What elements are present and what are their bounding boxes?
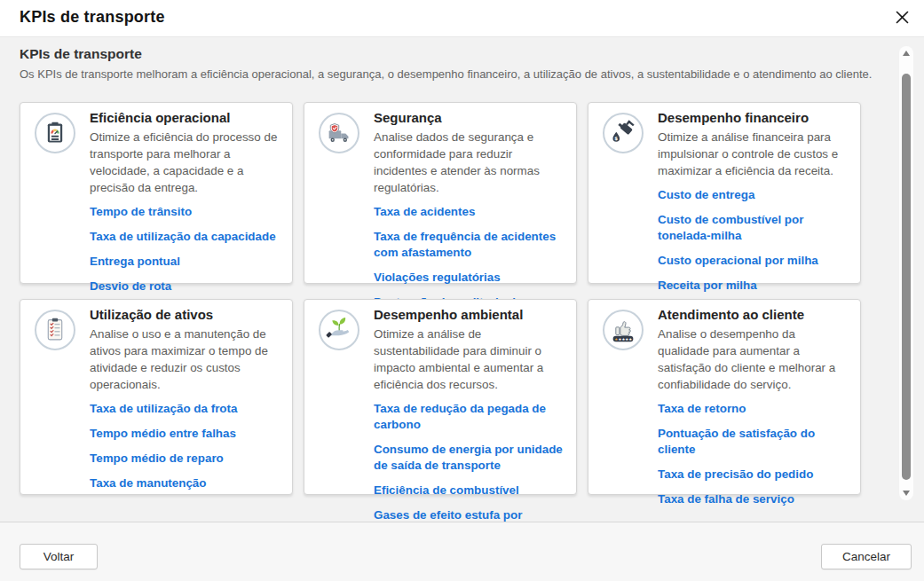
kpi-link-list: Taxa de retorno Pontuação de satisfação …	[658, 401, 848, 507]
kpi-dialog: KPIs de transporte KPIs de transporte Os…	[0, 0, 924, 581]
cancel-button[interactable]: Cancelar	[821, 544, 912, 569]
kpi-link-delivery-cost[interactable]: Custo de entrega	[658, 187, 848, 203]
kpi-link-capacity-utilization[interactable]: Taxa de utilização da capacidade	[90, 229, 280, 245]
kpi-link-accident-rate[interactable]: Taxa de acidentes	[374, 204, 564, 220]
kpi-link-return-rate[interactable]: Taxa de retorno	[658, 401, 848, 417]
card-title: Atendimento ao cliente	[658, 307, 848, 323]
dialog-footer: Voltar Cancelar	[0, 522, 924, 581]
kpi-link-list: Taxa de utilização da frota Tempo médio …	[90, 401, 280, 491]
title-bar: KPIs de transporte	[0, 0, 924, 37]
scroll-up-icon[interactable]	[903, 51, 910, 56]
kpi-link-list: Taxa de redução da pegada de carbono Con…	[374, 401, 564, 539]
fuel-cost-icon: $	[603, 113, 644, 153]
svg-text:$: $	[614, 136, 618, 141]
kpi-card-financial-performance: $ Desempenho financeiro Otimize a anális…	[588, 102, 861, 284]
gauge-clipboard-icon	[35, 113, 75, 153]
checklist-clipboard-icon	[35, 310, 75, 350]
kpi-link-fleet-utilization[interactable]: Taxa de utilização da frota	[90, 401, 280, 417]
card-title: Eficiência operacional	[90, 110, 280, 126]
scroll-down-icon[interactable]	[903, 491, 910, 496]
kpi-link-order-accuracy[interactable]: Taxa de precisão do pedido	[658, 467, 848, 483]
plant-hand-icon	[319, 310, 359, 350]
card-title: Desempenho ambiental	[374, 307, 564, 323]
kpi-link-list: Tempo de trânsito Taxa de utilização da …	[90, 204, 280, 294]
dialog-title: KPIs de transporte	[20, 8, 165, 27]
kpi-link-regulatory-violations[interactable]: Violações regulatórias	[374, 270, 564, 286]
kpi-link-customer-satisfaction[interactable]: Pontuação de satisfação do cliente	[658, 426, 848, 458]
truck-shield-icon	[319, 113, 359, 153]
kpi-link-fuel-cost-ton-mile[interactable]: Custo de combustível por tonelada-milha	[658, 212, 848, 244]
kpi-link-operating-cost-mile[interactable]: Custo operacional por milha	[658, 253, 848, 269]
svg-text:★★★★: ★★★★	[619, 337, 633, 342]
card-description: Otimize a análise de sustentabilidade pa…	[374, 326, 564, 393]
back-button[interactable]: Voltar	[20, 544, 98, 569]
card-title: Segurança	[374, 110, 564, 126]
card-description: Otimize a eficiência do processo de tran…	[90, 129, 280, 196]
dialog-body: KPIs de transporte Os KPIs de transporte…	[0, 37, 924, 522]
section-subtitle: Os KPIs de transporte melhoram a eficiên…	[20, 67, 924, 82]
kpi-link-mttr[interactable]: Tempo médio de reparo	[90, 451, 280, 467]
close-button[interactable]	[890, 7, 913, 30]
vertical-scrollbar[interactable]	[899, 46, 913, 500]
kpi-link-list: Custo de entrega Custo de combustível po…	[658, 187, 848, 294]
kpi-card-operational-efficiency: Eficiência operacional Otimize a eficiên…	[20, 102, 293, 284]
kpi-card-environmental-performance: Desempenho ambiental Otimize a análise d…	[304, 299, 577, 495]
card-title: Utilização de ativos	[90, 307, 280, 323]
thumbs-up-stars-icon: ★ ★★★★	[603, 310, 644, 350]
kpi-card-grid: Eficiência operacional Otimize a eficiên…	[20, 102, 924, 495]
close-icon	[896, 11, 909, 27]
card-title: Desempenho financeiro	[658, 110, 848, 126]
card-description: Analise dados de segurança e conformidad…	[374, 129, 564, 196]
kpi-link-mtbf[interactable]: Tempo médio entre falhas	[90, 426, 280, 442]
kpi-link-energy-per-output[interactable]: Consumo de energia por unidade de saída …	[374, 442, 564, 474]
kpi-link-transit-time[interactable]: Tempo de trânsito	[90, 204, 280, 220]
section-heading: KPIs de transporte	[20, 46, 924, 62]
scrollbar-thumb[interactable]	[902, 74, 911, 480]
kpi-card-safety: Segurança Analise dados de segurança e c…	[304, 102, 577, 284]
kpi-link-route-deviation[interactable]: Desvio de rota	[90, 279, 280, 294]
card-description: Otimize a análise financeira para impuls…	[658, 129, 848, 179]
kpi-card-customer-service: ★ ★★★★ Atendimento ao cliente Analise o …	[588, 299, 861, 495]
kpi-card-asset-utilization: Utilização de ativos Analise o uso e a m…	[20, 299, 293, 495]
kpi-link-revenue-per-mile[interactable]: Receita por milha	[658, 278, 848, 294]
kpi-link-on-time-delivery[interactable]: Entrega pontual	[90, 254, 280, 270]
kpi-link-lost-time-injury[interactable]: Taxa de frequência de acidentes com afas…	[374, 229, 564, 261]
kpi-link-fuel-efficiency[interactable]: Eficiência de combustível	[374, 483, 564, 499]
card-description: Analise o desempenho da qualidade para a…	[658, 326, 848, 393]
card-description: Analise o uso e a manutenção de ativos p…	[90, 326, 280, 393]
kpi-link-service-failure-rate[interactable]: Taxa de falha de serviço	[658, 491, 848, 507]
kpi-link-maintenance-rate[interactable]: Taxa de manutenção	[90, 475, 280, 491]
kpi-link-carbon-footprint-reduction[interactable]: Taxa de redução da pegada de carbono	[374, 401, 564, 433]
